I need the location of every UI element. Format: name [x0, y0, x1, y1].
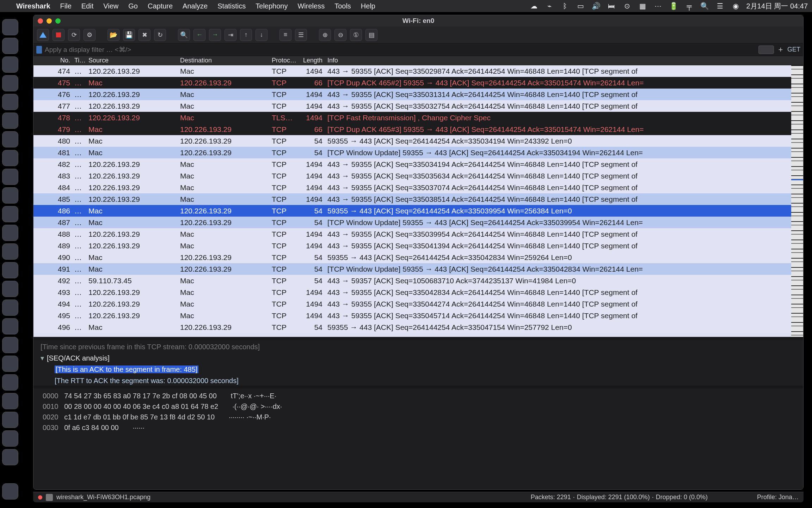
detail-ack-frame[interactable]: [This is an ACK to the segment in frame:… — [55, 365, 198, 373]
packet-row[interactable]: 485…120.226.193.29MacTCP1494443 → 59355 … — [33, 193, 803, 205]
resize-columns-icon[interactable]: ▤ — [365, 29, 377, 41]
zoom-reset-icon[interactable]: ① — [350, 29, 362, 41]
column-source[interactable]: Source — [86, 57, 178, 64]
colorize-icon[interactable]: ☰ — [295, 29, 307, 41]
pane-splitter-bottom[interactable] — [33, 386, 803, 388]
packet-details-pane[interactable]: [Time since previous frame in this TCP s… — [33, 340, 803, 386]
dock-app-20[interactable] — [2, 393, 18, 409]
packet-row[interactable]: 479…Mac120.226.193.29TCP66[TCP Dup ACK 4… — [33, 123, 803, 135]
packet-row[interactable]: 475…Mac120.226.193.29TCP66[TCP Dup ACK 4… — [33, 77, 803, 89]
column-protocol[interactable]: Protoc… — [270, 57, 298, 64]
packet-row[interactable]: 477…120.226.193.29MacTCP1494443 → 59355 … — [33, 100, 803, 112]
packet-minimap[interactable] — [791, 65, 803, 337]
expand-toggle-icon[interactable] — [41, 354, 47, 362]
dock-app-14[interactable] — [2, 281, 18, 297]
menubar-clock[interactable]: 2月14日 周一 04:47 — [746, 1, 808, 11]
goto-packet-icon[interactable]: ⇥ — [224, 29, 236, 41]
packet-row[interactable]: 474…120.226.193.29MacTCP1494443 → 59355 … — [33, 65, 803, 77]
hex-row[interactable]: 0030 0f a6 c3 84 00 00······ — [43, 422, 794, 433]
zoom-in-icon[interactable]: ⊕ — [319, 29, 331, 41]
dock-app-23[interactable] — [2, 449, 18, 465]
detail-seqack-head[interactable]: [SEQ/ACK analysis] — [47, 354, 110, 362]
bed-icon[interactable]: 🛏 — [607, 2, 616, 10]
dock-app-17[interactable] — [2, 337, 18, 353]
goto-last-icon[interactable]: ↓ — [256, 29, 267, 41]
dock-app-7[interactable] — [2, 150, 18, 166]
display-icon[interactable]: ▭ — [576, 2, 585, 10]
packet-list-header[interactable]: No. Ti… Source Destination Protoc… Lengt… — [33, 56, 803, 65]
save-file-icon[interactable]: 💾 — [123, 29, 135, 41]
packet-row[interactable]: 483…120.226.193.29MacTCP1494443 → 59355 … — [33, 170, 803, 182]
capture-file-props-icon[interactable] — [46, 494, 53, 501]
control-icon[interactable]: ⌁ — [545, 2, 554, 10]
dock-app-8[interactable] — [2, 169, 18, 185]
bookmark-filter-icon[interactable] — [36, 46, 42, 54]
menu-telephony[interactable]: Telephony — [256, 2, 288, 10]
goto-first-icon[interactable]: ↑ — [240, 29, 252, 41]
start-capture-icon[interactable] — [37, 29, 49, 41]
dock-app-9[interactable] — [2, 187, 18, 204]
dock-app-0[interactable] — [2, 19, 18, 35]
capture-options-icon[interactable]: ⚙ — [84, 29, 96, 41]
status-filename[interactable]: wireshark_Wi-FiW63OH1.pcapng — [56, 494, 150, 501]
packet-row[interactable]: 496…Mac120.226.193.29TCP5459355 → 443 [A… — [33, 321, 803, 333]
packet-row[interactable]: 481…Mac120.226.193.29TCP54[TCP Window Up… — [33, 147, 803, 158]
dock-app-19[interactable] — [2, 374, 18, 391]
packet-row[interactable]: 487…Mac120.226.193.29TCP54[TCP Window Up… — [33, 217, 803, 228]
column-length[interactable]: Length — [298, 57, 325, 64]
play-icon[interactable]: ⊙ — [623, 2, 631, 10]
packet-list-body[interactable]: 474…120.226.193.29MacTCP1494443 → 59355 … — [33, 65, 803, 337]
find-packet-icon[interactable]: 🔍 — [178, 29, 190, 41]
control-center-icon[interactable]: ☰ — [716, 2, 724, 10]
hex-row[interactable]: 0010 00 28 00 00 40 00 40 06 3e c4 c0 a8… — [43, 401, 794, 412]
menu-file[interactable]: File — [60, 2, 72, 10]
packet-row[interactable]: 478…120.226.193.29MacTLS…1494[TCP Fast R… — [33, 112, 803, 123]
hex-row[interactable]: 0000 74 54 27 3b 65 83 a0 78 17 7e 2b cf… — [43, 391, 794, 401]
filter-history-button[interactable] — [758, 46, 774, 54]
dock-app-18[interactable] — [2, 356, 18, 372]
volume-icon[interactable]: 🔊 — [592, 2, 600, 10]
menu-view[interactable]: View — [103, 2, 118, 10]
grid-icon[interactable]: ▦ — [638, 2, 647, 10]
menu-help[interactable]: Help — [361, 2, 375, 10]
packet-row[interactable]: 486…Mac120.226.193.29TCP5459355 → 443 [A… — [33, 205, 803, 217]
dock-app-11[interactable] — [2, 225, 18, 241]
menu-edit[interactable]: Edit — [81, 2, 93, 10]
column-no[interactable]: No. — [33, 57, 72, 64]
filter-get-label[interactable]: GET — [787, 46, 800, 53]
bluetooth-icon[interactable]: ᛒ — [561, 2, 569, 10]
column-info[interactable]: Info — [325, 57, 803, 64]
go-back-icon[interactable]: ← — [193, 29, 205, 41]
packet-row[interactable]: 476…120.226.193.29MacTCP1494443 → 59355 … — [33, 89, 803, 100]
dock-app-1[interactable] — [2, 38, 18, 54]
zoom-out-icon[interactable]: ⊖ — [334, 29, 346, 41]
packet-row[interactable]: 495…120.226.193.29MacTCP1494443 → 59355 … — [33, 310, 803, 321]
dock-app-13[interactable] — [2, 262, 18, 278]
menu-extra-icon[interactable]: ⋯ — [654, 2, 662, 10]
packet-row[interactable]: 484…120.226.193.29MacTCP1494443 → 59355 … — [33, 182, 803, 193]
packet-row[interactable]: 492…59.110.73.45MacTCP54443 → 59357 [ACK… — [33, 275, 803, 286]
menu-statistics[interactable]: Statistics — [217, 2, 246, 10]
dock-app-21[interactable] — [2, 412, 18, 428]
dock-app-15[interactable] — [2, 300, 18, 316]
close-file-icon[interactable]: ✖ — [139, 29, 150, 41]
menu-analyze[interactable]: Analyze — [183, 2, 208, 10]
wifi-icon[interactable]: ╤ — [685, 2, 693, 10]
packet-row[interactable]: 491…Mac120.226.193.29TCP54[TCP Window Up… — [33, 263, 803, 275]
packet-row[interactable]: 490…Mac120.226.193.29TCP5459355 → 443 [A… — [33, 252, 803, 263]
status-profile[interactable]: Profile: Jona… — [757, 494, 799, 501]
dock-app-6[interactable] — [2, 131, 18, 147]
hex-row[interactable]: 0020 c1 1d e7 db 01 bb 0f be 85 7e 13 f8… — [43, 412, 794, 422]
packet-row[interactable]: 494…120.226.193.29MacTCP1494443 → 59355 … — [33, 298, 803, 310]
reload-file-icon[interactable]: ↻ — [154, 29, 166, 41]
dock-app-5[interactable] — [2, 113, 18, 129]
packet-row[interactable]: 482…120.226.193.29MacTCP1494443 → 59355 … — [33, 158, 803, 170]
add-filter-button[interactable]: + — [777, 45, 785, 54]
column-destination[interactable]: Destination — [178, 57, 270, 64]
dock-app-24[interactable] — [2, 483, 18, 500]
restart-capture-icon[interactable]: ⟳ — [68, 29, 80, 41]
dock-app-16[interactable] — [2, 318, 18, 334]
stop-capture-icon[interactable] — [53, 29, 64, 41]
go-forward-icon[interactable]: → — [209, 29, 221, 41]
menu-tools[interactable]: Tools — [334, 2, 351, 10]
